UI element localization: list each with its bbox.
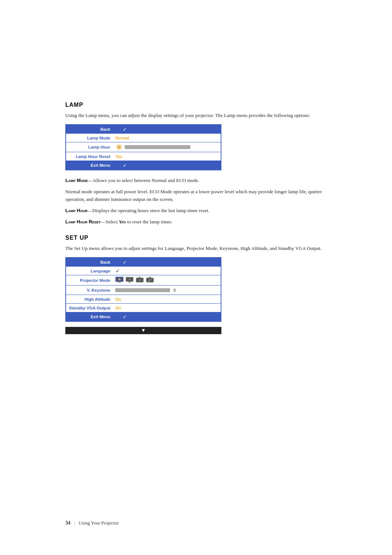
setup-standby-vga-label: Standby VGA Output [66, 305, 113, 311]
setup-standby-vga-row[interactable]: Standby VGA Output On Off [66, 304, 221, 312]
svg-rect-7 [128, 281, 131, 283]
standby-vga-off: Off [132, 306, 137, 310]
setup-projector-mode-row[interactable]: Projector Mode [66, 275, 221, 285]
lamp-exit-check-icon: ✓ [123, 162, 127, 168]
footer-separator: | [74, 520, 75, 526]
gear-icon [115, 143, 123, 151]
standby-vga-on: On [115, 306, 121, 310]
lamp-mode-detail: Normal mode operates at full power level… [65, 188, 327, 203]
setup-high-altitude-label: High Altitude [66, 296, 113, 303]
setup-exit-label: Exit Menu [66, 313, 113, 320]
lamp-hour-reset-label: Lamp Hour Reset [66, 153, 113, 160]
lamp-mode-desc: Lamp Mode—Allows you to select between N… [65, 177, 327, 185]
lamp-title: LAMP [65, 102, 327, 108]
lamp-mode-desc-label: Lamp Mode [65, 178, 88, 183]
high-altitude-on: On [115, 297, 121, 301]
lamp-hour-reset-desc-label: Lamp Hour Reset [65, 219, 101, 224]
setup-back-check-icon: ✓ [123, 259, 127, 265]
setup-title: SET UP [65, 235, 327, 241]
high-altitude-off: Off [132, 297, 137, 301]
keystone-bar [115, 288, 170, 292]
setup-language-content: ✓ [113, 267, 221, 275]
projector-mode-icon-1 [115, 276, 123, 284]
setup-language-label: Language [66, 268, 113, 274]
svg-rect-13 [149, 277, 151, 278]
lamp-section: LAMP Using the Lamp menu, you can adjust… [65, 102, 327, 226]
setup-back-row[interactable]: Back ✓ [66, 258, 221, 267]
setup-keystone-label: V. Keystone [66, 287, 113, 293]
lamp-mode-eco: ECO [140, 136, 149, 140]
proj-mode-value: 0 [158, 278, 160, 283]
setup-standby-vga-content: On Off [113, 305, 221, 311]
svg-point-8 [128, 278, 131, 280]
svg-rect-4 [118, 281, 121, 283]
lamp-hour-desc-label: Lamp Hour [65, 208, 87, 213]
lamp-exit-content: ✓ [113, 161, 221, 169]
lamp-hour-content: 0 [113, 142, 198, 152]
lamp-hour-label: Lamp Hour [66, 144, 113, 150]
lamp-mode-row[interactable]: Lamp Mode Normal ECO [66, 134, 221, 142]
lamp-reset-yes: Yes [115, 154, 122, 159]
setup-intro: The Set Up menu allows you to adjust set… [65, 245, 327, 252]
setup-keystone-content: 0 [113, 287, 178, 293]
keystone-value: 0 [173, 288, 176, 292]
svg-rect-10 [139, 277, 141, 278]
lamp-reset-no: No [133, 154, 139, 159]
setup-exit-row[interactable]: Exit Menu ✓ [66, 312, 221, 321]
lamp-mode-normal: Normal [115, 136, 129, 140]
setup-exit-check-icon: ✓ [123, 314, 127, 320]
down-arrow-icon: ▼ [141, 328, 146, 333]
setup-exit-content: ✓ [113, 313, 221, 321]
svg-point-11 [139, 279, 141, 281]
lamp-hour-value: 0 [194, 145, 196, 149]
lamp-hour-reset-desc: Lamp Hour Reset—Select Yes to reset the … [65, 218, 327, 226]
projector-mode-icon-3 [136, 276, 144, 284]
svg-point-5 [118, 278, 121, 280]
lamp-hour-reset-content: Yes No [113, 153, 221, 160]
lamp-back-label: Back [66, 126, 113, 133]
lamp-hour-reset-row[interactable]: Lamp Hour Reset Yes No [66, 152, 221, 161]
lamp-hour-row[interactable]: Lamp Hour 0 [66, 142, 221, 152]
setup-back-label: Back [66, 259, 113, 266]
page-footer: 34 | Using Your Projector [65, 520, 119, 526]
svg-point-2 [118, 146, 120, 148]
page-number: 34 [65, 520, 70, 526]
lamp-menu-back-row[interactable]: Back ✓ [66, 125, 221, 134]
lamp-exit-row[interactable]: Exit Menu ✓ [66, 161, 221, 170]
lamp-mode-content: Normal ECO [113, 135, 221, 141]
projector-mode-icon-2 [126, 276, 134, 284]
setup-language-row[interactable]: Language ✓ [66, 267, 221, 275]
lamp-exit-label: Exit Menu [66, 162, 113, 169]
setup-menu: Back ✓ Language ✓ Projector Mode [65, 257, 221, 322]
setup-projector-mode-label: Projector Mode [66, 277, 113, 284]
setup-high-altitude-content: On Off [113, 296, 221, 303]
lamp-menu: Back ✓ Lamp Mode Normal ECO Lamp Hour [65, 124, 221, 170]
setup-section: SET UP The Set Up menu allows you to adj… [65, 235, 327, 334]
footer-text: Using Your Projector [79, 520, 119, 526]
lamp-mode-label: Lamp Mode [66, 135, 113, 141]
setup-high-altitude-row[interactable]: High Altitude On Off [66, 295, 221, 304]
setup-back-content: ✓ [113, 258, 221, 266]
back-check-icon: ✓ [123, 126, 127, 132]
lamp-back-content: ✓ [113, 125, 221, 133]
lamp-hour-bar [125, 145, 190, 149]
down-arrow-row: ▼ [65, 327, 221, 334]
lamp-hour-desc: Lamp Hour—Displays the operating hours s… [65, 207, 327, 215]
lamp-intro: Using the Lamp menu, you can adjust the … [65, 112, 327, 119]
language-check-icon: ✓ [115, 268, 120, 274]
setup-projector-mode-content: 0 [113, 275, 162, 285]
projector-mode-icon-4 [146, 276, 154, 284]
setup-keystone-row[interactable]: V. Keystone 0 [66, 285, 221, 295]
